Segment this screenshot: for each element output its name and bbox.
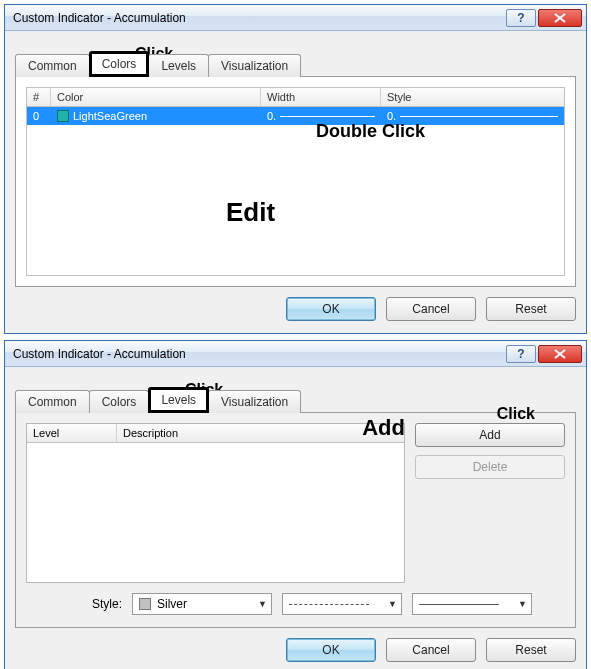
dialog-colors: Custom Indicator - Accumulation ? Click … (4, 4, 587, 334)
levels-header: Level Description (27, 424, 404, 443)
tab-visualization[interactable]: Visualization (208, 390, 301, 413)
style-row: Style: Silver ▼ ▼ ▼ (26, 583, 565, 617)
window-title: Custom Indicator - Accumulation (13, 11, 504, 25)
tab-colors[interactable]: Colors (89, 51, 150, 77)
help-button[interactable]: ? (506, 9, 536, 27)
cell-style[interactable]: 0. (381, 108, 564, 124)
col-level[interactable]: Level (27, 424, 117, 442)
cell-width-val: 0. (267, 110, 276, 122)
dialog-buttons: OK Cancel Reset (15, 287, 576, 323)
cell-color-name: LightSeaGreen (73, 110, 147, 122)
close-icon (554, 13, 566, 23)
style-color-value: Silver (157, 597, 187, 611)
tab-common[interactable]: Common (15, 54, 90, 77)
titlebar[interactable]: Custom Indicator - Accumulation ? (5, 341, 586, 367)
col-index[interactable]: # (27, 88, 51, 106)
reset-button[interactable]: Reset (486, 297, 576, 321)
chevron-down-icon: ▼ (252, 599, 267, 609)
add-button[interactable]: Add (415, 423, 565, 447)
ok-button[interactable]: OK (286, 638, 376, 662)
tab-levels[interactable]: Levels (148, 54, 209, 77)
cell-index[interactable]: 0 (27, 108, 51, 124)
silver-swatch-icon (139, 598, 151, 610)
tab-levels[interactable]: Levels (148, 387, 209, 413)
tabs: Common Colors Levels Visualization (15, 387, 576, 413)
client-area: Click Common Colors Levels Visualization… (5, 367, 586, 669)
col-width[interactable]: Width (261, 88, 381, 106)
table-empty-area (27, 125, 564, 275)
cancel-button[interactable]: Cancel (386, 297, 476, 321)
table-row[interactable]: 0 LightSeaGreen 0. 0. (27, 107, 564, 125)
delete-button: Delete (415, 455, 565, 479)
tabs: Common Colors Levels Visualization (15, 51, 576, 77)
cell-width[interactable]: 0. (261, 108, 381, 124)
style-color-combo[interactable]: Silver ▼ (132, 593, 272, 615)
style-label: Style: (32, 597, 122, 611)
dialog-buttons: OK Cancel Reset (15, 628, 576, 664)
style-dash-combo[interactable]: ▼ (282, 593, 402, 615)
tab-common[interactable]: Common (15, 390, 90, 413)
close-button[interactable] (538, 9, 582, 27)
table-header: # Color Width Style (27, 88, 564, 107)
cell-color[interactable]: LightSeaGreen (51, 108, 261, 124)
width-preview-icon (280, 116, 375, 117)
close-icon (554, 349, 566, 359)
dialog-levels: Custom Indicator - Accumulation ? Click … (4, 340, 587, 669)
col-style[interactable]: Style (381, 88, 564, 106)
chevron-down-icon: ▼ (382, 599, 397, 609)
tab-visualization[interactable]: Visualization (208, 54, 301, 77)
levels-list[interactable]: Level Description (26, 423, 405, 583)
col-description[interactable]: Description (117, 424, 404, 442)
cancel-button[interactable]: Cancel (386, 638, 476, 662)
col-color[interactable]: Color (51, 88, 261, 106)
reset-button[interactable]: Reset (486, 638, 576, 662)
style-preview-icon (400, 116, 558, 117)
close-button[interactable] (538, 345, 582, 363)
solid-preview-icon (419, 604, 499, 605)
chevron-down-icon: ▼ (512, 599, 527, 609)
dash-preview-icon (289, 604, 369, 605)
style-width-combo[interactable]: ▼ (412, 593, 532, 615)
colors-panel: # Color Width Style 0 LightSeaGreen 0. (15, 76, 576, 287)
ok-button[interactable]: OK (286, 297, 376, 321)
cell-style-val: 0. (387, 110, 396, 122)
titlebar[interactable]: Custom Indicator - Accumulation ? (5, 5, 586, 31)
client-area: Click Common Colors Levels Visualization… (5, 31, 586, 333)
window-title: Custom Indicator - Accumulation (13, 347, 504, 361)
tab-colors[interactable]: Colors (89, 390, 150, 413)
help-button[interactable]: ? (506, 345, 536, 363)
levels-panel: Add Level Description Click Add Delete (15, 412, 576, 628)
colors-table: # Color Width Style 0 LightSeaGreen 0. (26, 87, 565, 276)
color-swatch-icon (57, 110, 69, 122)
